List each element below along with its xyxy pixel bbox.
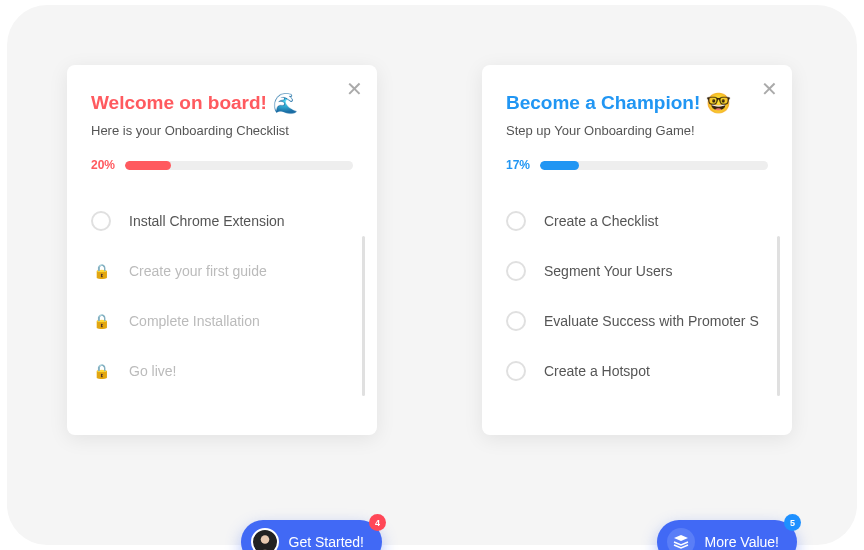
- checklist-item[interactable]: Install Chrome Extension: [91, 196, 353, 246]
- card-title: Welcome on board! 🌊: [91, 91, 353, 115]
- progress-percent: 20%: [91, 158, 115, 172]
- checklist-item-label: Create your first guide: [129, 263, 267, 279]
- avatar-icon: [251, 528, 279, 550]
- cta-label: Get Started!: [289, 534, 364, 550]
- progress-row: 20%: [91, 158, 353, 172]
- progress-row: 17%: [506, 158, 768, 172]
- checkbox-icon: [506, 361, 526, 381]
- checkbox-icon: [91, 211, 111, 231]
- notification-badge: 5: [784, 514, 801, 531]
- checkbox-icon: [506, 311, 526, 331]
- progress-bar: [540, 161, 768, 170]
- checklist-item-label: Segment Your Users: [544, 263, 672, 279]
- get-started-button[interactable]: Get Started! 4: [241, 520, 382, 550]
- card-subtitle: Step up Your Onboarding Game!: [506, 123, 768, 138]
- wave-emoji-icon: 🌊: [273, 91, 298, 115]
- checklist-item-label: Create a Checklist: [544, 213, 658, 229]
- checklist-item[interactable]: Create a Hotspot: [506, 346, 768, 396]
- checkbox-icon: [506, 211, 526, 231]
- card-title-text: Welcome on board!: [91, 92, 267, 114]
- lock-icon: 🔒: [91, 311, 111, 331]
- progress-fill: [540, 161, 579, 170]
- checklist: Create a Checklist Segment Your Users Ev…: [506, 196, 768, 396]
- checklist-item-label: Install Chrome Extension: [129, 213, 285, 229]
- card-subtitle: Here is your Onboarding Checklist: [91, 123, 353, 138]
- checkbox-icon: [506, 261, 526, 281]
- checklist-item[interactable]: Create a Checklist: [506, 196, 768, 246]
- lock-icon: 🔒: [91, 261, 111, 281]
- lock-icon: 🔒: [91, 361, 111, 381]
- checklist-item[interactable]: Evaluate Success with Promoter S: [506, 296, 768, 346]
- progress-percent: 17%: [506, 158, 530, 172]
- close-icon[interactable]: ✕: [346, 79, 363, 99]
- checklist-item[interactable]: 🔒 Create your first guide: [91, 246, 353, 296]
- checklist-item-label: Evaluate Success with Promoter S: [544, 313, 759, 329]
- layers-icon: [667, 528, 695, 550]
- close-icon[interactable]: ✕: [761, 79, 778, 99]
- champion-card: ✕ Become a Champion! 🤓 Step up Your Onbo…: [482, 65, 792, 435]
- checklist-item-label: Complete Installation: [129, 313, 260, 329]
- progress-bar: [125, 161, 353, 170]
- onboarding-card: ✕ Welcome on board! 🌊 Here is your Onboa…: [67, 65, 377, 435]
- card-title: Become a Champion! 🤓: [506, 91, 768, 115]
- checklist-item-label: Create a Hotspot: [544, 363, 650, 379]
- checklist-item[interactable]: 🔒 Complete Installation: [91, 296, 353, 346]
- card-title-text: Become a Champion!: [506, 92, 700, 114]
- more-value-button[interactable]: More Value! 5: [657, 520, 797, 550]
- nerd-emoji-icon: 🤓: [706, 91, 731, 115]
- svg-point-0: [260, 535, 269, 544]
- checklist-item[interactable]: Segment Your Users: [506, 246, 768, 296]
- checklist: Install Chrome Extension 🔒 Create your f…: [91, 196, 353, 396]
- checklist-item[interactable]: 🔒 Go live!: [91, 346, 353, 396]
- cta-label: More Value!: [705, 534, 779, 550]
- checklist-item-label: Go live!: [129, 363, 176, 379]
- progress-fill: [125, 161, 171, 170]
- notification-badge: 4: [369, 514, 386, 531]
